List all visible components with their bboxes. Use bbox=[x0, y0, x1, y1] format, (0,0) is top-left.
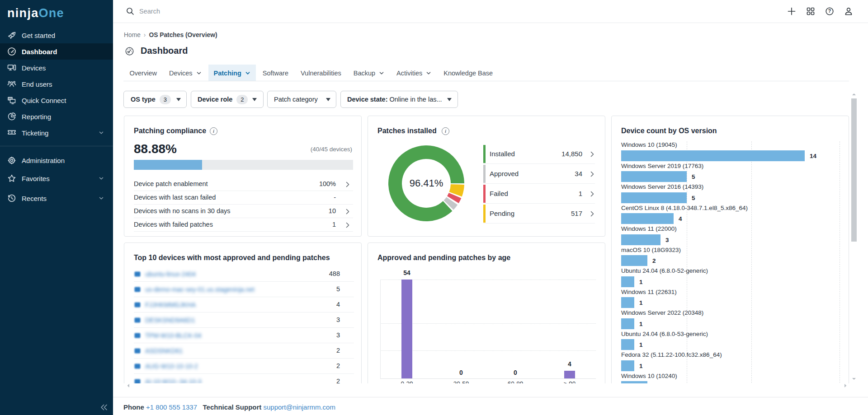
svg-text:?: ? bbox=[828, 8, 831, 14]
